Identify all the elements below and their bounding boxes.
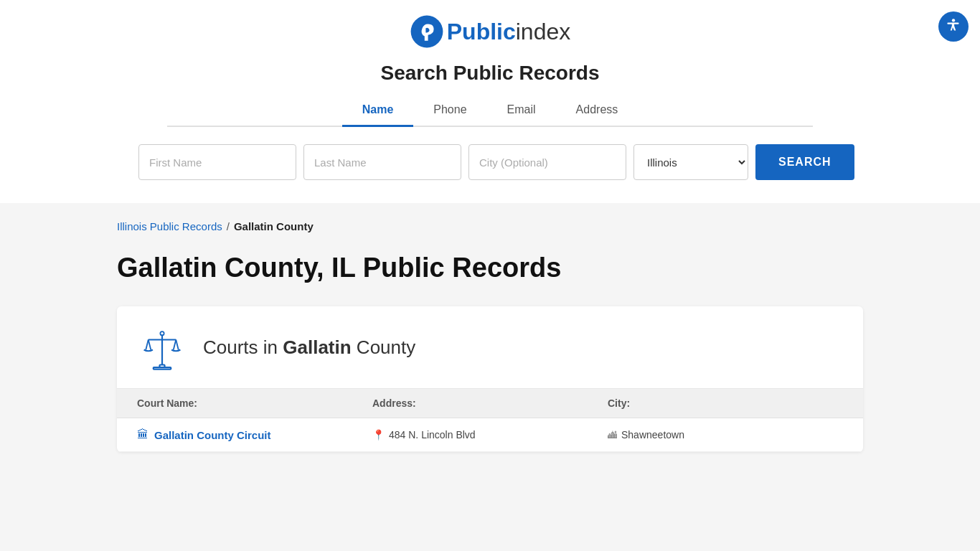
svg-line-7 (149, 340, 151, 350)
svg-point-0 (952, 19, 955, 22)
courts-table-header: Court Name: Address: City: (117, 389, 863, 418)
svg-line-9 (176, 340, 179, 350)
city-input[interactable] (468, 144, 626, 180)
tab-name[interactable]: Name (342, 96, 414, 127)
svg-line-8 (174, 340, 176, 350)
state-select[interactable]: AlabamaAlaskaArizonaArkansasCaliforniaCo… (633, 144, 748, 180)
main-content: Illinois Public Records / Gallatin Count… (74, 203, 906, 481)
logo[interactable]: Publicindex (410, 14, 571, 49)
city-icon: 🏙 (608, 430, 617, 441)
court-name-cell: 🏛 Gallatin County Circuit (137, 428, 372, 441)
col-header-address: Address: (372, 397, 608, 409)
svg-point-10 (160, 331, 164, 335)
logo-public-text: Public (447, 19, 516, 44)
col-header-name: Court Name: (137, 397, 372, 409)
tab-email[interactable]: Email (487, 96, 556, 127)
courts-section-title: Courts in Gallatin County (203, 336, 415, 359)
search-form-area: AlabamaAlaskaArizonaArkansasCaliforniaCo… (0, 127, 980, 203)
logo-icon (410, 14, 444, 49)
accessibility-icon (944, 17, 963, 36)
search-tabs: Name Phone Email Address (167, 96, 813, 127)
search-form: AlabamaAlaskaArizonaArkansasCaliforniaCo… (95, 144, 885, 180)
tab-address[interactable]: Address (556, 96, 639, 127)
breadcrumb: Illinois Public Records / Gallatin Count… (117, 220, 863, 232)
table-row: 🏛 Gallatin County Circuit 📍 484 N. Linco… (117, 418, 863, 452)
court-address-cell: 📍 484 N. Lincoln Blvd (372, 429, 608, 441)
breadcrumb-separator: / (227, 220, 230, 232)
col-header-city: City: (608, 397, 843, 409)
courts-card-header: Courts in Gallatin County (117, 306, 863, 389)
header: Publicindex Search Public Records Name P… (0, 0, 980, 127)
court-city-cell: 🏙 Shawneetown (608, 429, 843, 441)
court-address: 484 N. Lincoln Blvd (389, 429, 476, 441)
courts-card: Courts in Gallatin County Court Name: Ad… (117, 306, 863, 452)
breadcrumb-current: Gallatin County (234, 220, 314, 232)
court-name-link[interactable]: Gallatin County Circuit (154, 429, 271, 441)
court-building-icon: 🏛 (137, 428, 149, 441)
last-name-input[interactable] (303, 144, 461, 180)
page-title: Search Public Records (380, 62, 599, 85)
search-button[interactable]: SEARCH (755, 144, 854, 180)
svg-rect-3 (154, 367, 171, 369)
address-icon: 📍 (372, 429, 385, 441)
svg-line-6 (146, 340, 149, 350)
tab-phone[interactable]: Phone (413, 96, 486, 127)
first-name-input[interactable] (138, 144, 296, 180)
county-heading: Gallatin County, IL Public Records (117, 253, 863, 283)
court-city: Shawneetown (621, 429, 684, 441)
logo-index-text: index (516, 19, 571, 44)
courts-icon (137, 322, 187, 372)
accessibility-button[interactable] (938, 11, 969, 42)
breadcrumb-link[interactable]: Illinois Public Records (117, 220, 222, 232)
